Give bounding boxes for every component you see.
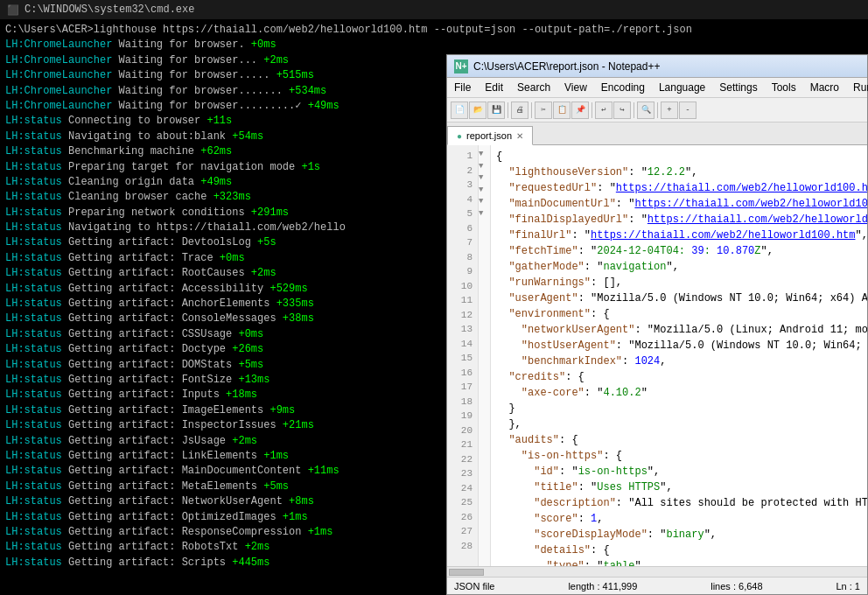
toolbar-sep4 bbox=[634, 102, 634, 118]
line-number: 24 bbox=[451, 481, 472, 496]
line-number: 28 bbox=[451, 539, 472, 554]
toolbar-sep1 bbox=[508, 102, 508, 118]
cmd-icon: ⬛ bbox=[7, 4, 19, 16]
cmd-prompt-line: C:\Users\ACER>lighthouse https://thaiall… bbox=[5, 23, 863, 38]
code-line: "environment": { bbox=[496, 306, 862, 322]
menu-search[interactable]: Search bbox=[510, 80, 557, 95]
status-length: length : 411,999 bbox=[568, 581, 637, 592]
code-line: "requestedUrl": "https://thaiall.com/web… bbox=[496, 180, 862, 196]
line-number: 18 bbox=[451, 395, 472, 410]
line-number: 12 bbox=[451, 308, 472, 323]
code-area[interactable]: { "lighthouseVersion": "12.2.2", "reques… bbox=[491, 145, 867, 566]
menu-file[interactable]: File bbox=[447, 80, 478, 95]
menu-run[interactable]: Run bbox=[846, 80, 868, 95]
fold-marker: ▼ bbox=[479, 185, 490, 197]
toolbar-zoom-out[interactable]: - bbox=[679, 102, 696, 119]
toolbar-new[interactable]: 📄 bbox=[451, 102, 468, 119]
toolbar-cut[interactable]: ✂ bbox=[535, 102, 552, 119]
line-number: 21 bbox=[451, 438, 472, 452]
line-number: 26 bbox=[451, 510, 472, 525]
npp-toolbar: 📄 📂 💾 🖨 ✂ 📋 📌 ↩ ↪ 🔍 + - bbox=[447, 98, 867, 122]
toolbar-save[interactable]: 💾 bbox=[487, 102, 505, 119]
line-number: 11 bbox=[451, 293, 472, 308]
toolbar-sep5 bbox=[657, 102, 658, 118]
npp-window: N+ C:\Users\ACER\report.json - Notepad++… bbox=[446, 54, 868, 595]
menu-language[interactable]: Language bbox=[652, 80, 712, 95]
line-number: 19 bbox=[451, 409, 472, 424]
code-line: { bbox=[496, 149, 862, 164]
code-line: "id": "is-on-https", bbox=[496, 464, 862, 480]
code-line: "score": 1, bbox=[496, 511, 862, 527]
npp-editor[interactable]: 1234567891011121314151617181920212223242… bbox=[447, 145, 867, 566]
toolbar-sep3 bbox=[592, 102, 592, 118]
npp-tabbar: ● report.json ✕ bbox=[447, 122, 867, 145]
code-line: "details": { bbox=[496, 542, 862, 558]
code-line: "scoreDisplayMode": "binary", bbox=[496, 527, 862, 542]
toolbar-sep2 bbox=[531, 102, 532, 118]
menu-view[interactable]: View bbox=[557, 80, 594, 95]
menu-encoding[interactable]: Encoding bbox=[594, 80, 652, 95]
code-line: "axe-core": "4.10.2" bbox=[496, 385, 862, 401]
line-number: 15 bbox=[451, 351, 472, 366]
toolbar-paste[interactable]: 📌 bbox=[571, 102, 589, 119]
horizontal-scrollbar[interactable] bbox=[447, 566, 867, 577]
fold-marker: ▼ bbox=[479, 172, 490, 185]
cmd-prompt-text: C:\Users\ACER>lighthouse https://thaiall… bbox=[5, 24, 692, 36]
line-numbers: 1234567891011121314151617181920212223242… bbox=[447, 145, 479, 566]
toolbar-zoom-in[interactable]: + bbox=[661, 102, 678, 119]
menu-tools[interactable]: Tools bbox=[765, 80, 803, 95]
code-line: "runWarnings": [], bbox=[496, 275, 862, 290]
code-line: "audits": { bbox=[496, 432, 862, 448]
tab-icon: ● bbox=[457, 131, 462, 141]
line-number: 23 bbox=[451, 466, 472, 481]
cmd-title: C:\WINDOWS\system32\cmd.exe bbox=[24, 4, 194, 16]
toolbar-undo[interactable]: ↩ bbox=[595, 102, 612, 119]
npp-menubar: File Edit Search View Encoding Language … bbox=[447, 78, 867, 98]
line-number: 13 bbox=[451, 322, 472, 337]
line-number: 27 bbox=[451, 524, 472, 539]
toolbar-open[interactable]: 📂 bbox=[469, 102, 486, 119]
code-line: "type": "table", bbox=[496, 558, 862, 566]
tab-report-json[interactable]: ● report.json ✕ bbox=[447, 126, 533, 145]
fold-column: ▼ ▼ ▼ ▼▼ ▼ bbox=[479, 145, 491, 566]
code-line: "fetchTime": "2024-12-04T04: 39: 10.870Z… bbox=[496, 243, 862, 259]
menu-macro[interactable]: Macro bbox=[803, 80, 846, 95]
line-number: 6 bbox=[451, 221, 472, 236]
line-number: 1 bbox=[451, 149, 472, 164]
npp-statusbar: JSON file length : 411,999 lines : 6,648… bbox=[447, 577, 867, 594]
toolbar-copy[interactable]: 📋 bbox=[553, 102, 570, 119]
toolbar-print[interactable]: 🖨 bbox=[511, 102, 528, 119]
line-number: 10 bbox=[451, 279, 472, 294]
tab-close-btn[interactable]: ✕ bbox=[516, 131, 523, 141]
code-line: "gatherMode": "navigation", bbox=[496, 259, 862, 275]
menu-edit[interactable]: Edit bbox=[478, 80, 510, 95]
line-number: 14 bbox=[451, 337, 472, 352]
code-line: "mainDocumentUrl": "https://thaiall.com/… bbox=[496, 196, 862, 212]
scrollbar-thumb-h[interactable] bbox=[449, 569, 484, 576]
status-ln: Ln : 1 bbox=[836, 581, 860, 592]
code-line: "benchmarkIndex": 1024, bbox=[496, 354, 862, 369]
line-number: 9 bbox=[451, 264, 472, 279]
menu-settings[interactable]: Settings bbox=[712, 80, 764, 95]
code-line: "is-on-https": { bbox=[496, 448, 862, 464]
code-line: "description": "All sites should be prot… bbox=[496, 495, 862, 511]
status-filetype: JSON file bbox=[454, 581, 494, 592]
fold-marker: ▼ bbox=[479, 208, 490, 220]
toolbar-find[interactable]: 🔍 bbox=[637, 102, 654, 119]
cmd-titlebar: ⬛ C:\WINDOWS\system32\cmd.exe bbox=[0, 0, 868, 19]
tab-label: report.json bbox=[466, 130, 512, 141]
line-number: 5 bbox=[451, 206, 472, 221]
code-line: "networkUserAgent": "Mozilla/5.0 (Linux;… bbox=[496, 322, 862, 338]
npp-app-icon: N+ bbox=[454, 60, 468, 74]
line-number: 8 bbox=[451, 250, 472, 265]
code-line: "finalUrl": "https://thaiall.com/web2/he… bbox=[496, 228, 862, 243]
npp-titlebar: N+ C:\Users\ACER\report.json - Notepad++ bbox=[447, 55, 867, 78]
code-line: "credits": { bbox=[496, 369, 862, 385]
cmd-line: LH:ChromeLauncher Waiting for browser. +… bbox=[5, 38, 863, 52]
code-line: }, bbox=[496, 416, 862, 432]
line-number: 22 bbox=[451, 452, 472, 467]
toolbar-redo[interactable]: ↪ bbox=[613, 102, 631, 119]
fold-marker: ▼ bbox=[479, 161, 490, 173]
fold-marker: ▼ bbox=[479, 196, 490, 208]
code-line: "hostUserAgent": "Mozilla/5.0 (Windows N… bbox=[496, 338, 862, 354]
